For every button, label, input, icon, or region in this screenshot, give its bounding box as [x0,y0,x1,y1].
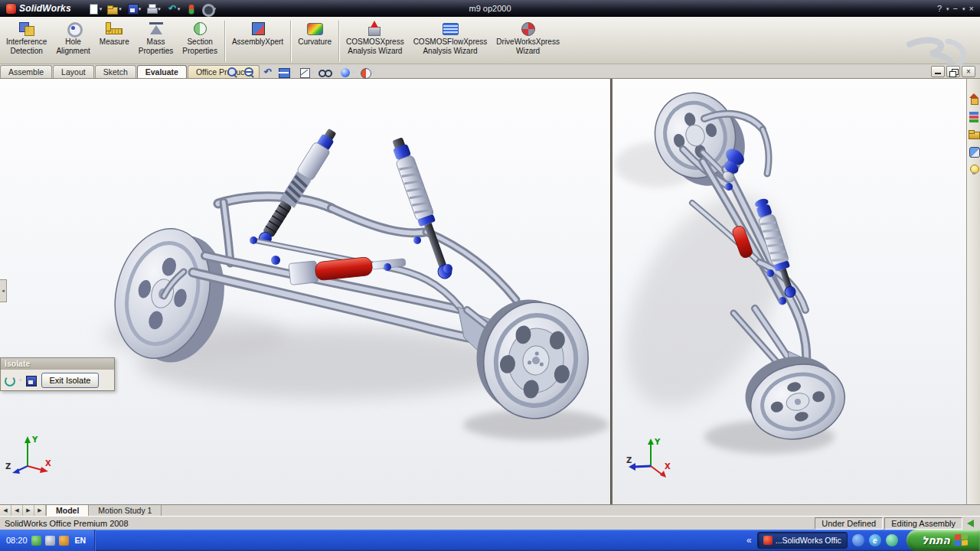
axis-label-x: X [45,459,51,468]
solidworks-task-button[interactable]: ...SolidWorks Offic [757,532,848,549]
view-palette-icon[interactable] [968,145,980,158]
ribbon-button-label: Measure [100,37,129,47]
caret-down-icon: ▾ [291,70,294,75]
isolate-options-icon[interactable] [4,375,15,386]
ribbon-button-hole-alignment[interactable]: Hole Alignment [51,19,94,57]
isolate-panel: Isolate ▾ Exit Isolate [0,357,115,391]
ribbon-button-measure[interactable]: Measure [95,19,134,48]
view-orientation-icon [277,67,290,78]
suspension-assembly-front-view [0,79,610,504]
open-button[interactable]: ▾ [106,2,123,15]
minimize-button[interactable]: − [953,5,958,13]
tray-icon-volume[interactable] [45,536,55,546]
doc-close-button[interactable]: × [962,66,975,77]
ribbon-button-assemblyxpert[interactable]: AssemblyXpert [227,19,288,48]
section-view-icon [358,67,371,78]
caret-down-icon: ▾ [352,70,355,75]
graphics-workspace: Y X Z Isolate ▾ Exit Isolate [0,79,980,504]
ribbon-button-section-properties[interactable]: Section Properties [178,19,222,57]
ribbon-button-interference-detection[interactable]: Interference Detection [2,19,51,57]
save-button[interactable]: ▾ [126,2,143,15]
measure-icon [105,21,123,36]
caret-down-icon: ▾ [139,6,142,11]
tab-sketch[interactable]: Sketch [95,65,136,78]
constraint-state-status: Under Defined [815,517,883,530]
tab-evaluate[interactable]: Evaluate [137,65,187,78]
task-button-label: ...SolidWorks Offic [776,536,841,545]
tab-scroll-last-button[interactable]: ▶ [34,505,46,516]
quick-launch-overflow-chevron[interactable]: « [746,535,752,546]
tray-icon-updates[interactable] [59,536,69,546]
tab-assemble[interactable]: Assemble [0,65,52,78]
ribbon-button-mass-properties[interactable]: Mass Properties [134,19,178,57]
feature-manager-collapse-handle[interactable]: ◂ [0,279,7,302]
quick-tips-icon[interactable] [967,520,974,527]
shock-absorber-left [254,126,341,248]
solidworks-app-window: SolidWorks ▾ ▾ ▾ ▾ ↶▾ ▾ m9 op2000 ? ▾ − … [0,0,980,551]
ribbon-button-curvature[interactable]: Curvature [293,19,336,48]
document-window-controls: × [931,66,975,77]
design-library-icon[interactable] [968,110,980,122]
start-button[interactable]: התחל [906,530,980,551]
tab-scroll-next-button[interactable]: ▶ [23,505,34,516]
ribbon-button-driveworksxpress[interactable]: DriveWorksXpress Wizard [492,19,564,57]
zoom-to-fit-button[interactable] [226,66,240,78]
ribbon-button-label: Interference Detection [6,37,47,56]
ribbon-button-cosmosxpress[interactable]: COSMOSXpress Analysis Wizard [341,19,409,57]
tray-icon-antivirus[interactable] [31,536,41,546]
hide-show-items-button[interactable]: ▾ [317,66,335,78]
ribbon-button-label: COSMOSXpress Analysis Wizard [346,37,404,56]
display-style-button[interactable]: ▾ [297,66,315,78]
mass-properties-icon [147,21,165,36]
view-orientation-button[interactable]: ▾ [276,66,295,78]
axis-label-z: Z [5,462,11,471]
axis-label-y: Y [654,438,661,446]
quick-launch-messenger-icon[interactable] [852,534,864,546]
previous-view-button[interactable]: ↶ [260,66,274,78]
close-button[interactable]: × [969,5,974,13]
ribbon-button-cosmosflowxpress[interactable]: COSMOSFlowXpress Analysis Wizard [409,19,492,57]
tab-layout[interactable]: Layout [53,65,94,78]
window-controls: ? ▾ − ▾ × [937,5,980,13]
undo-button[interactable]: ↶▾ [165,2,182,15]
print-button[interactable]: ▾ [145,2,162,15]
doc-restore-button[interactable] [946,66,960,77]
model-tab[interactable]: Model [46,505,89,516]
ribbon-button-label: Mass Properties [139,37,174,56]
doc-minimize-button[interactable] [931,66,945,77]
command-manager-ribbon: Interference Detection Hole Alignment Me… [0,17,980,64]
save-icon [127,4,138,14]
caret-down-icon: ▾ [19,377,22,383]
caret-down-icon: ▾ [372,70,375,75]
edit-appearance-button[interactable]: ▾ [338,66,356,78]
language-indicator[interactable]: EN [73,535,89,546]
tab-scroll-prev-button[interactable]: ◀ [11,505,23,516]
caret-down-icon: ▾ [178,6,181,11]
taskbar-clock[interactable]: 08:20 [6,536,28,545]
wheel-front-right [469,293,596,425]
new-button[interactable]: ▾ [87,2,104,15]
rebuild-button[interactable] [184,2,198,15]
section-view-button[interactable]: ▾ [358,66,376,78]
file-explorer-icon[interactable] [968,128,980,140]
viewport-right[interactable]: Y X Z [612,79,966,504]
motion-study-tab[interactable]: Motion Study 1 [89,505,162,516]
help-button[interactable]: ? [937,5,942,13]
lightbulb-icon[interactable] [968,163,980,175]
home-icon[interactable] [968,93,980,105]
quick-launch-browser-icon[interactable]: e [869,534,881,546]
hole-alignment-icon [64,21,83,36]
ribbon-button-label: DriveWorksXpress Wizard [496,37,560,56]
tab-scroll-first-button[interactable]: ◀ [0,505,11,516]
caret-down-icon: ▾ [100,6,103,11]
interference-detection-icon [18,21,36,36]
assemblyxpert-icon [249,21,267,36]
quick-launch-desktop-icon[interactable] [886,534,898,546]
viewport-left[interactable]: Y X Z Isolate ▾ Exit Isolate [0,79,610,504]
cosmosxpress-icon [366,21,384,36]
zoom-to-area-button[interactable] [243,66,257,78]
options-button[interactable]: ▾ [200,2,217,15]
exit-isolate-button[interactable]: Exit Isolate [41,373,100,388]
save-isolate-icon[interactable] [25,375,37,386]
status-bar: SolidWorks Office Premium 2008 Under Def… [0,516,980,530]
